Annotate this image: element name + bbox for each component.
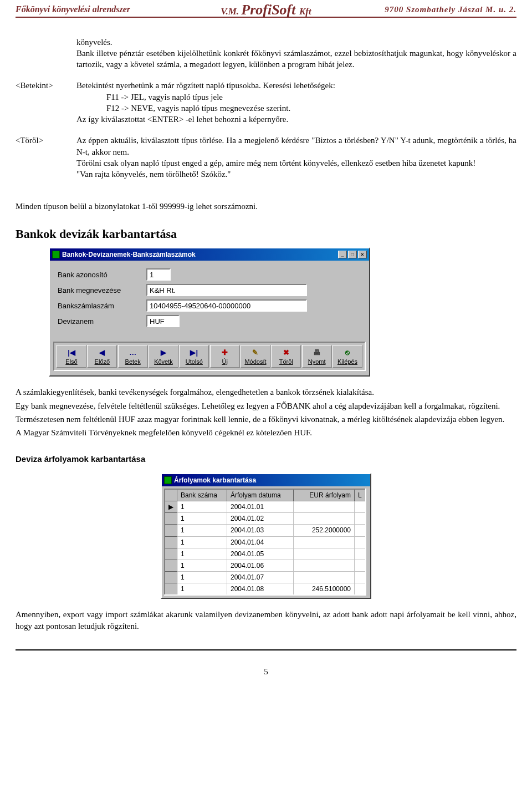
rates-col-3[interactable]: L (355, 489, 366, 501)
page-number: 5 (16, 666, 516, 677)
rates-cell[interactable]: 2004.01.06 (227, 560, 294, 571)
table-row[interactable]: 12004.01.04 (165, 536, 366, 548)
rates-cell[interactable]: 1 (177, 536, 227, 548)
last-icon: ▶| (181, 348, 207, 357)
rates-col-0[interactable]: Bank száma (177, 489, 227, 501)
table-row[interactable]: 12004.01.08246.5100000 (165, 583, 366, 596)
rates-cell[interactable]: 2004.01.01 (227, 501, 294, 512)
btn-prev[interactable]: ◀ Előző (87, 345, 117, 368)
btn-exit[interactable]: ⎋ Kilépés (332, 345, 362, 368)
row-marker (165, 572, 177, 583)
intro-empty-key (16, 37, 76, 80)
rates-cell[interactable] (294, 536, 355, 548)
bank-window-title: Bankok-Devizanemek-Bankszámlaszámok (62, 250, 196, 259)
row-marker (165, 548, 177, 560)
rates-cell[interactable] (294, 560, 355, 571)
rates-cell[interactable]: 2004.01.07 (227, 572, 294, 583)
next-icon: ▶ (150, 348, 177, 357)
btn-delete-label: Töröl (279, 358, 293, 365)
bank-titlebar: Bankok-Devizanemek-Bankszámlaszámok _ □ … (50, 248, 369, 261)
rates-window-title: Árfolyamok karbantartása (174, 476, 256, 485)
input-bank-name[interactable] (146, 284, 307, 296)
def-body-betekint: Betekintést nyerhetünk a már rögzített n… (76, 80, 516, 135)
rates-cell[interactable]: 2004.01.03 (227, 525, 294, 536)
rates-cell[interactable] (355, 525, 366, 536)
row-marker (165, 525, 177, 536)
rates-cell[interactable] (355, 513, 366, 525)
rates-cell[interactable] (294, 572, 355, 583)
def-text-torol: Az éppen aktuális, kiválasztott típus tö… (76, 135, 516, 157)
heading-deviza: Deviza árfolyamok karbantartása (16, 454, 516, 465)
rates-cell[interactable]: 1 (177, 548, 227, 560)
btn-last-label: Utolsó (186, 358, 203, 365)
rates-col-1[interactable]: Árfolyam datuma (227, 489, 294, 501)
rates-cell[interactable] (294, 548, 355, 560)
row-marker (165, 583, 177, 596)
table-row[interactable]: ▶12004.01.01 (165, 501, 366, 512)
deviza-note: Amennyiben, export vagy import számlákat… (16, 609, 516, 632)
rates-col-2[interactable]: EUR árfolyam (294, 489, 355, 501)
rates-titlebar: Árfolyamok karbantartása (162, 474, 370, 486)
btn-edit-label: Módosít (244, 358, 266, 365)
row-marker (165, 536, 177, 548)
bank-para-4: A Magyar Számviteli Törvényeknek megfele… (16, 427, 516, 438)
rates-cell[interactable] (355, 536, 366, 548)
btn-print[interactable]: 🖶 Nyomt (302, 345, 332, 368)
company-vm: V.M. (221, 6, 241, 17)
rates-cell[interactable] (294, 513, 355, 525)
rates-cell[interactable] (355, 501, 366, 512)
btn-lookup[interactable]: … Betek (118, 345, 148, 368)
rates-cell[interactable] (294, 501, 355, 512)
btn-delete[interactable]: ✖ Töröl (271, 345, 301, 368)
label-bank-name: Bank megnevezése (58, 286, 146, 296)
def-key-torol: <Töröl> (16, 135, 76, 190)
table-row[interactable]: 12004.01.02 (165, 513, 366, 525)
minimize-button[interactable]: _ (338, 251, 347, 258)
btn-next[interactable]: ▶ Követk (149, 345, 178, 368)
close-button[interactable]: × (358, 251, 367, 258)
btn-new-label: Új (222, 358, 227, 365)
rates-cell[interactable]: 1 (177, 501, 227, 512)
rates-cell[interactable]: 2004.01.02 (227, 513, 294, 525)
btn-next-label: Követk (154, 358, 173, 365)
lookup-icon: … (120, 348, 146, 357)
definition-list: könyvelés. Bank illetve pénztár esetében… (16, 37, 516, 190)
bank-para-3: Természetesen nem feltétlenül HUF azaz m… (16, 414, 516, 425)
row-marker (165, 560, 177, 571)
rates-cell[interactable]: 246.5100000 (294, 583, 355, 596)
input-bank-id[interactable] (146, 268, 171, 281)
page-header: V.M. ProfiSoft Kft Főkönyvi könyvelési a… (16, 0, 516, 18)
input-bank-ccy[interactable] (146, 315, 180, 327)
input-bank-acct[interactable] (146, 299, 307, 312)
maximize-button[interactable]: □ (348, 251, 357, 258)
rates-grid[interactable]: Bank számaÁrfolyam datumaEUR árfolyamL▶1… (164, 489, 366, 596)
rates-cell[interactable] (355, 548, 366, 560)
def-body-torol: Az éppen aktuális, kiválasztott típus tö… (76, 135, 516, 190)
def-tail2b: "Van rajta könyvelés, nem törölhető! Szó… (76, 169, 516, 180)
rates-cell[interactable] (355, 583, 366, 596)
prev-icon: ◀ (89, 348, 115, 357)
btn-last[interactable]: ▶| Utolsó (179, 345, 209, 368)
rates-cell[interactable]: 252.2000000 (294, 525, 355, 536)
rates-cell[interactable]: 1 (177, 513, 227, 525)
rates-cell[interactable] (355, 560, 366, 571)
label-bank-id: Bank azonosító (58, 270, 146, 280)
table-row[interactable]: 12004.01.07 (165, 572, 366, 583)
rates-cell[interactable]: 2004.01.08 (227, 583, 294, 596)
app-icon (52, 251, 60, 258)
rates-cell[interactable]: 2004.01.04 (227, 536, 294, 548)
rates-cell[interactable] (355, 572, 366, 583)
btn-edit[interactable]: ✎ Módosít (241, 345, 270, 368)
btn-exit-label: Kilépés (337, 358, 357, 365)
btn-first[interactable]: |◀ Első (57, 345, 86, 368)
rates-cell[interactable]: 1 (177, 525, 227, 536)
rates-cell[interactable]: 2004.01.05 (227, 548, 294, 560)
company-name: V.M. ProfiSoft Kft (16, 0, 516, 19)
table-row[interactable]: 12004.01.05 (165, 548, 366, 560)
table-row[interactable]: 12004.01.03252.2000000 (165, 525, 366, 536)
rates-cell[interactable]: 1 (177, 560, 227, 571)
rates-cell[interactable]: 1 (177, 583, 227, 596)
btn-new[interactable]: ✚ Új (210, 345, 240, 368)
table-row[interactable]: 12004.01.06 (165, 560, 366, 571)
rates-cell[interactable]: 1 (177, 572, 227, 583)
